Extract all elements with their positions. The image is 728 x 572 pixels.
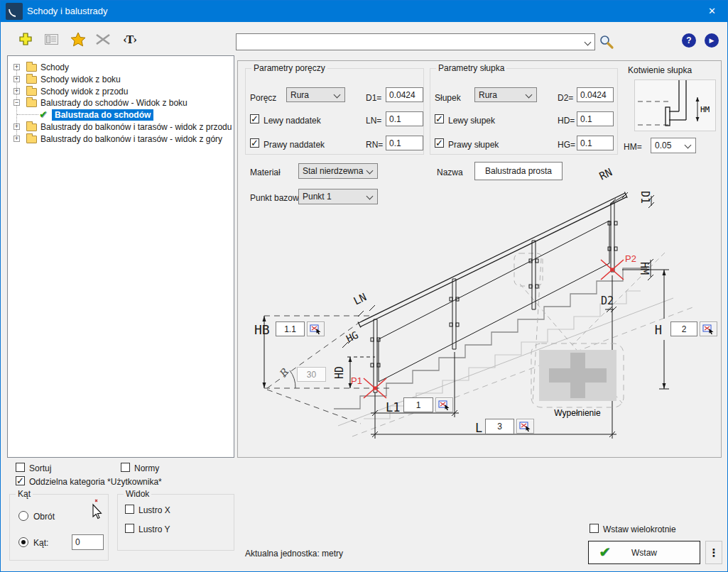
hb-pick-button[interactable] [307, 321, 325, 336]
right-post-label: Prawy słupek [448, 140, 499, 150]
hb-input[interactable] [276, 321, 305, 336]
d1-dim-label: D1 [639, 191, 651, 204]
add-icon[interactable] [18, 32, 33, 46]
collapse-icon[interactable]: − [13, 99, 20, 106]
rn-input[interactable] [386, 136, 423, 150]
tree-item-label[interactable]: Schody widok z boku [40, 75, 121, 84]
expand-icon[interactable]: + [13, 88, 20, 94]
left-allowance-checkbox[interactable] [250, 114, 259, 123]
hm-dropdown[interactable]: 0.05 [651, 138, 696, 153]
cursor-icon [89, 499, 104, 520]
anchor-group-title: Kotwienie słupka [628, 65, 692, 75]
h-input[interactable] [670, 321, 697, 336]
tree-item-label[interactable]: Schody [40, 62, 69, 72]
group-title: Widok [124, 489, 151, 499]
insert-multiple-checkbox[interactable] [590, 524, 599, 533]
ln-label: LN= [366, 116, 381, 126]
text-object-icon[interactable]: ‹T› [119, 33, 141, 46]
folder-icon [26, 123, 37, 131]
rn-label: RN= [366, 140, 383, 150]
tree-item-schody-widok-z-przodu[interactable]: + Schody widok z przodu [8, 85, 234, 97]
ln-input[interactable] [386, 111, 423, 126]
help-icon[interactable]: ? [682, 33, 696, 48]
mirror-x-label: Lustro X [138, 505, 170, 515]
favorite-star-icon[interactable] [70, 31, 86, 47]
tree-item-label[interactable]: Balustrady do balkonów i tarasów - widok… [40, 122, 232, 132]
anchor-diagram: HM [634, 79, 716, 131]
search-icon[interactable] [598, 33, 615, 50]
handrail-type-dropdown[interactable]: Rura [286, 87, 345, 102]
view-group: Widok Lustro X Lustro Y [117, 494, 234, 551]
expand-icon[interactable]: + [13, 64, 20, 70]
l-input[interactable] [485, 419, 514, 434]
right-allowance-checkbox[interactable] [250, 138, 259, 148]
close-icon[interactable]: ✕ [696, 0, 728, 22]
more-options-button[interactable]: ⋮ [705, 541, 722, 564]
delete-icon[interactable] [94, 33, 111, 46]
chevron-down-icon [685, 142, 692, 149]
angle-radio[interactable] [18, 537, 28, 547]
hg-input[interactable] [577, 136, 614, 150]
tree-item-balustrada-do-schodow[interactable]: ✔ Balustrada do schodów [8, 109, 234, 121]
expand-icon[interactable]: + [13, 123, 20, 130]
expand-icon[interactable]: + [13, 136, 20, 142]
dropdown-value: 0.05 [655, 141, 671, 150]
category-tree: + Schody + Schody widok z boku + Schody … [7, 55, 234, 458]
insert-button[interactable]: ✔ Wstaw [588, 541, 700, 564]
h-pick-button[interactable] [700, 321, 717, 336]
fill-placeholder [531, 343, 624, 407]
d1-input[interactable] [386, 87, 423, 102]
mirror-x-checkbox[interactable] [125, 505, 134, 514]
hd-input[interactable] [577, 111, 614, 126]
angle-arc [290, 370, 295, 388]
d2-dim-label: D2 [601, 295, 614, 307]
search-combobox[interactable] [236, 33, 595, 50]
dropdown-value: Rura [290, 90, 309, 100]
left-post-checkbox[interactable] [435, 114, 444, 123]
norms-checkbox[interactable] [121, 463, 130, 472]
tree-item-balustrady-balkonow-gora[interactable]: + Balustrady do balkonów i tarasów - wid… [8, 133, 234, 145]
play-icon[interactable]: ▶ [705, 33, 719, 48]
tree-item-label[interactable]: Balustrady do schodów - Widok z boku [40, 98, 188, 108]
sort-checkbox[interactable] [16, 463, 25, 472]
details-icon[interactable] [44, 33, 58, 45]
post-type-dropdown[interactable]: Rura [474, 87, 537, 102]
tree-item-balustrady-balkonow-przod[interactable]: + Balustrady do balkonów i tarasów - wid… [8, 121, 234, 133]
rotate-radio[interactable] [18, 511, 28, 521]
d1-label: D1= [366, 93, 381, 103]
tree-item-label-selected[interactable]: Balustrada do schodów [52, 109, 153, 121]
balustrade-drawing: HB R [239, 162, 720, 457]
tree-item-schody[interactable]: + Schody [8, 61, 234, 73]
expand-icon[interactable]: + [13, 76, 20, 82]
right-post-checkbox[interactable] [435, 138, 444, 148]
tree-item-balustrady-schodow[interactable]: − Balustrady do schodów - Widok z boku [8, 97, 234, 109]
l1-input[interactable] [403, 397, 433, 412]
angle-symbol: R [277, 366, 291, 380]
chevron-down-icon [526, 92, 533, 99]
check-icon: ✔ [39, 109, 48, 120]
rotate-label: Obrót [33, 512, 55, 522]
l1-pick-button[interactable] [435, 397, 453, 412]
check-icon: ✔ [599, 544, 611, 561]
tree-item-label[interactable]: Schody widok z przodu [40, 87, 128, 97]
chevron-down-icon[interactable] [585, 39, 592, 46]
left-post-label: Lewy słupek [448, 116, 495, 126]
p2-label: P2 [625, 253, 636, 264]
ln-dim-label: LN [352, 290, 369, 307]
fill-label: Wypełnienie [554, 408, 601, 418]
separate-category-checkbox[interactable] [16, 476, 25, 485]
d2-input[interactable] [577, 87, 614, 102]
ln-ticks [358, 305, 375, 317]
tree-item-label[interactable]: Balustrady do balkonów i tarasów - widok… [40, 134, 222, 144]
dialog-window: Schody i balustrady ✕ ‹T› ? ▶ + Schody [0, 0, 728, 572]
angle-value-input[interactable] [72, 534, 104, 550]
l-pick-button[interactable] [516, 419, 534, 434]
mirror-y-checkbox[interactable] [125, 524, 134, 533]
hg-label: HG= [558, 140, 575, 150]
norms-label: Normy [134, 463, 159, 473]
hm-label: HM= [624, 142, 642, 152]
search-input[interactable] [238, 35, 579, 48]
hm-dim-label: HM [700, 105, 710, 114]
hd-label: HD= [558, 116, 575, 126]
tree-item-schody-widok-z-boku[interactable]: + Schody widok z boku [8, 73, 234, 85]
